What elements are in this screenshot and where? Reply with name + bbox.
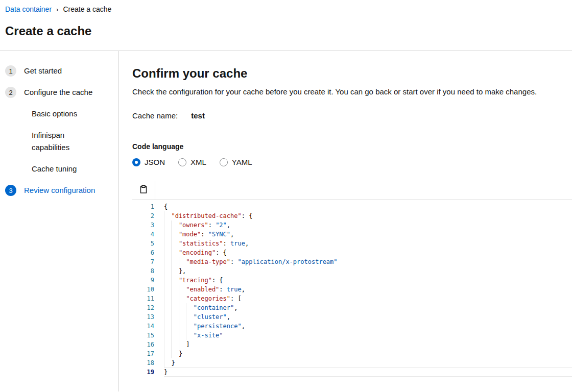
code-line: 2 "distributed-cache": {: [132, 211, 572, 220]
code-line: 14 "persistence",: [132, 322, 572, 331]
code-line: 17 }: [132, 349, 572, 358]
code-line: 18 }: [132, 358, 572, 368]
review-panel: Confirm your cache Check the configurati…: [119, 51, 572, 391]
wizard-step-get-started[interactable]: 1 Get started: [5, 65, 118, 77]
radio-yaml-label: YAML: [232, 158, 252, 166]
code-editor: 1{2 "distributed-cache": {3 "owners": "2…: [132, 181, 572, 377]
radio-json[interactable]: JSON: [132, 158, 165, 166]
code-line-content: "statistics": true,: [164, 239, 572, 248]
code-editor-body[interactable]: 1{2 "distributed-cache": {3 "owners": "2…: [132, 200, 572, 377]
radio-xml-input[interactable]: [178, 158, 186, 166]
code-line-content: "categories": [: [164, 294, 572, 303]
line-number: 16: [132, 340, 164, 349]
code-line-content: "mode": "SYNC",: [164, 230, 572, 239]
code-line-content: }: [164, 358, 572, 368]
step-3-label: Review configuration: [24, 184, 95, 197]
code-line: 4 "mode": "SYNC",: [132, 230, 572, 239]
code-line-content: {: [164, 202, 572, 211]
line-number: 1: [132, 202, 164, 211]
line-number: 2: [132, 211, 164, 220]
code-line: 15 "x-site": [132, 331, 572, 340]
code-language-label: Code language: [132, 142, 572, 151]
radio-xml-label: XML: [190, 158, 206, 166]
review-description: Check the configuration for your cache b…: [132, 87, 572, 97]
breadcrumb-separator-icon: ›: [56, 6, 58, 13]
code-line-content: }: [164, 349, 572, 358]
wizard-step-review-configuration[interactable]: 3 Review configuration: [5, 184, 118, 197]
step-2-number: 2: [5, 87, 16, 98]
code-line: 19}: [132, 368, 572, 377]
wizard: 1 Get started 2 Configure the cache Basi…: [0, 51, 572, 391]
line-number: 15: [132, 331, 164, 340]
code-line: 12 "container",: [132, 303, 572, 312]
copy-icon: [139, 185, 148, 195]
code-line: 7 "media-type": "application/x-protostre…: [132, 257, 572, 266]
code-line-content: "x-site": [164, 331, 572, 340]
wizard-substep-cache-tuning[interactable]: Cache tuning: [32, 163, 118, 175]
radio-json-input[interactable]: [132, 158, 140, 166]
code-line: 6 "encoding": {: [132, 248, 572, 257]
code-line: 1{: [132, 202, 572, 211]
step-1-label: Get started: [24, 65, 62, 77]
code-line: 8 },: [132, 266, 572, 276]
code-line-content: },: [164, 266, 572, 276]
code-line-content: }: [164, 368, 572, 377]
code-line-content: "owners": "2",: [164, 220, 572, 230]
review-heading: Confirm your cache: [132, 66, 572, 81]
radio-yaml[interactable]: YAML: [220, 158, 252, 166]
line-number: 14: [132, 322, 164, 331]
wizard-step-configure-cache[interactable]: 2 Configure the cache: [5, 86, 118, 99]
radio-xml[interactable]: XML: [178, 158, 206, 166]
breadcrumb-current: Create a cache: [63, 5, 111, 13]
line-number: 6: [132, 248, 164, 257]
line-number: 7: [132, 257, 164, 266]
code-line: 5 "statistics": true,: [132, 239, 572, 248]
wizard-substep-basic-options[interactable]: Basic options: [32, 108, 118, 120]
wizard-nav: 1 Get started 2 Configure the cache Basi…: [0, 51, 119, 391]
code-line: 13 "cluster",: [132, 312, 572, 322]
code-line-content: "media-type": "application/x-protostream…: [164, 257, 572, 266]
code-editor-header: [132, 181, 572, 200]
line-number: 13: [132, 312, 164, 322]
line-number: 18: [132, 358, 164, 368]
breadcrumb-link-data-container[interactable]: Data container: [5, 5, 52, 13]
cache-name-value: test: [191, 111, 205, 120]
wizard-substeps: Basic options Infinispan capabilities Ca…: [5, 108, 118, 175]
breadcrumb: Data container › Create a cache: [0, 0, 572, 13]
radio-yaml-input[interactable]: [220, 158, 228, 166]
code-line-content: "tracing": {: [164, 276, 572, 285]
step-1-number: 1: [5, 65, 16, 77]
cache-name-label: Cache name:: [132, 111, 178, 120]
code-line: 3 "owners": "2",: [132, 220, 572, 230]
line-number: 4: [132, 230, 164, 239]
line-number: 8: [132, 266, 164, 276]
code-line-content: "persistence",: [164, 322, 572, 331]
code-line-content: "enabled": true,: [164, 285, 572, 294]
line-number: 9: [132, 276, 164, 285]
line-number: 19: [132, 368, 164, 377]
copy-button[interactable]: [132, 181, 155, 200]
code-line-content: "cluster",: [164, 312, 572, 322]
wizard-substep-infinispan-capabilities[interactable]: Infinispan capabilities: [32, 129, 93, 154]
line-number: 11: [132, 294, 164, 303]
step-3-number: 3: [5, 185, 16, 196]
code-line: 16 ]: [132, 340, 572, 349]
code-line: 9 "tracing": {: [132, 276, 572, 285]
code-line-content: ]: [164, 340, 572, 349]
line-number: 3: [132, 220, 164, 230]
radio-json-label: JSON: [145, 158, 165, 166]
line-number: 10: [132, 285, 164, 294]
cache-name-row: Cache name: test: [132, 111, 572, 120]
code-line-content: "encoding": {: [164, 248, 572, 257]
line-number: 17: [132, 349, 164, 358]
code-language-radio-group: JSON XML YAML: [132, 158, 572, 166]
code-line-content: "distributed-cache": {: [164, 211, 572, 220]
code-line: 10 "enabled": true,: [132, 285, 572, 294]
code-line: 11 "categories": [: [132, 294, 572, 303]
line-number: 5: [132, 239, 164, 248]
code-line-content: "container",: [164, 303, 572, 312]
line-number: 12: [132, 303, 164, 312]
step-2-label: Configure the cache: [24, 86, 92, 99]
page-title: Create a cache: [5, 24, 572, 38]
